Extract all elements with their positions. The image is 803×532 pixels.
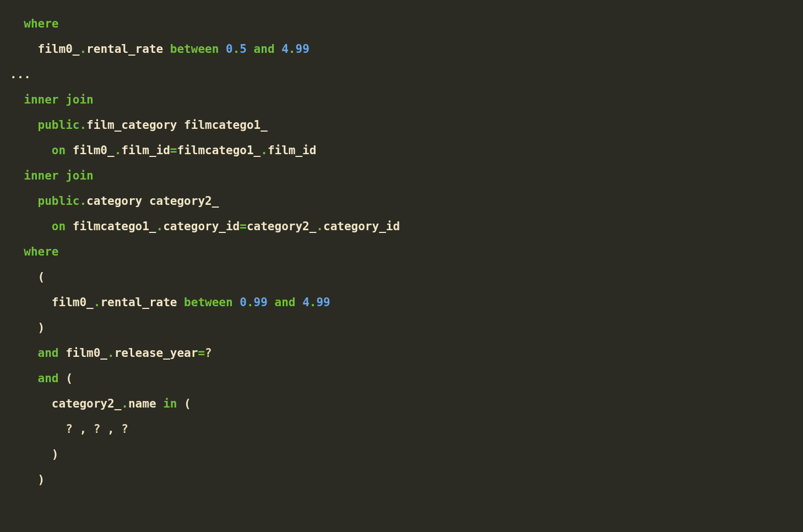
code-token (247, 42, 254, 56)
code-token: film0_ (10, 42, 79, 56)
code-token: 5 (240, 42, 247, 56)
code-token: film0_ (10, 296, 94, 309)
code-token: ) (10, 321, 45, 334)
code-token: in (163, 397, 177, 410)
code-token: ( (10, 270, 45, 284)
code-token: . (79, 194, 86, 208)
code-token: . (94, 296, 101, 309)
code-token: = (198, 346, 205, 360)
code-token: 4 (281, 42, 289, 56)
code-token: . (79, 118, 86, 132)
code-token: inner (24, 93, 58, 106)
code-token: rental_rate (86, 42, 170, 56)
code-token: release_year (115, 346, 198, 360)
code-token: join (66, 93, 94, 106)
code-token: , (73, 422, 94, 436)
code-token (59, 93, 66, 106)
code-token (10, 118, 38, 132)
code-token: name (128, 397, 163, 410)
code-token: category_id (323, 220, 400, 233)
code-token (233, 296, 240, 309)
code-token (10, 194, 38, 208)
code-token (268, 296, 275, 309)
code-token: and (254, 42, 275, 56)
code-token (10, 169, 24, 182)
code-token: 99 (316, 296, 330, 309)
code-token (275, 42, 282, 56)
code-token: . (316, 220, 323, 233)
code-token (10, 220, 52, 233)
code-token: and (275, 296, 296, 309)
code-token: . (156, 220, 164, 233)
code-token: between (170, 42, 219, 56)
code-token: . (233, 42, 240, 56)
code-token: ? (121, 422, 128, 436)
code-token: ( (59, 372, 73, 385)
code-token (10, 372, 38, 385)
code-token: 0 (240, 296, 247, 309)
code-token: film_id (268, 144, 317, 157)
code-token: . (310, 296, 317, 309)
code-token: filmcatego1_ (177, 144, 261, 157)
code-token: rental_rate (100, 296, 184, 309)
code-token: . (107, 346, 115, 360)
code-token: = (240, 220, 247, 233)
code-token: between (184, 296, 233, 309)
code-token: and (38, 372, 59, 385)
code-token (10, 422, 66, 436)
code-token: ) (10, 473, 45, 486)
code-token: ) (10, 448, 59, 461)
code-token: 0 (226, 42, 233, 56)
code-token: inner (24, 169, 58, 182)
code-token (10, 93, 24, 106)
code-token (219, 42, 226, 56)
code-token: film0_ (66, 144, 115, 157)
code-token: film_category filmcatego1_ (86, 118, 268, 132)
code-token: ... (10, 68, 31, 81)
code-token: . (121, 397, 128, 410)
code-token: category_id (163, 220, 240, 233)
code-token: and (38, 346, 59, 360)
code-token: ? (94, 422, 101, 436)
code-token: ? (205, 346, 212, 360)
code-token: 4 (302, 296, 310, 309)
code-token: . (261, 144, 268, 157)
code-token (10, 17, 24, 30)
code-token: . (247, 296, 254, 309)
code-token: category2_ (247, 220, 316, 233)
code-token: filmcatego1_ (66, 220, 156, 233)
code-token: . (79, 42, 86, 56)
code-token (59, 169, 66, 182)
code-token: = (170, 144, 177, 157)
code-token: category category2_ (86, 194, 219, 208)
code-token (10, 346, 38, 360)
sql-code-block: where film0_.rental_rate between 0.5 and… (10, 11, 793, 492)
code-token: . (115, 144, 122, 157)
code-token: ( (177, 397, 191, 410)
code-token: film0_ (59, 346, 108, 360)
code-token: ? (66, 422, 73, 436)
code-token: category2_ (10, 397, 121, 410)
code-token: public (38, 194, 80, 208)
code-token (10, 144, 52, 157)
code-token: . (289, 42, 296, 56)
code-token: on (52, 220, 66, 233)
code-token: 99 (254, 296, 268, 309)
code-token: where (24, 17, 58, 30)
code-token: where (24, 245, 58, 258)
code-token (295, 296, 302, 309)
code-token: , (100, 422, 121, 436)
code-token: public (38, 118, 80, 132)
code-token (10, 245, 24, 258)
code-token: 99 (296, 42, 310, 56)
code-token: on (52, 144, 66, 157)
code-token: film_id (121, 144, 170, 157)
code-token: join (66, 169, 94, 182)
